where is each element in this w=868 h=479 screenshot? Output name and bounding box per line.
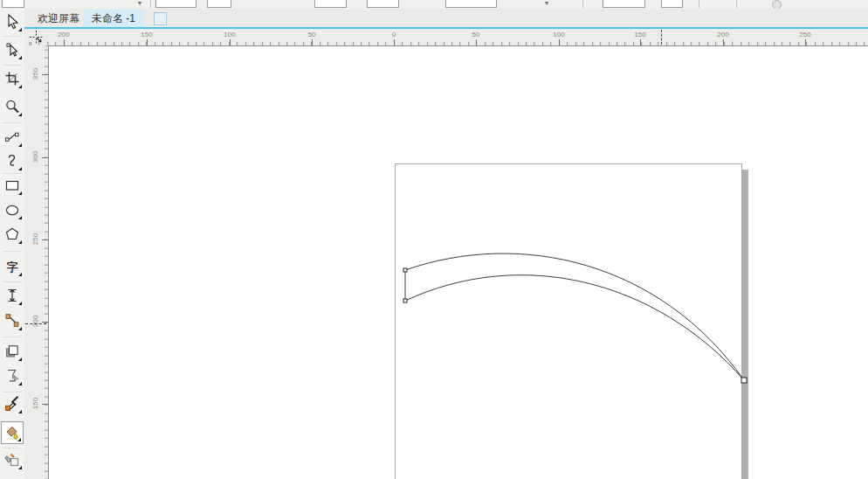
flyout-arrow-icon: [18, 273, 22, 276]
vruler-major-tick: [42, 404, 48, 405]
hruler-major-tick: [723, 39, 724, 45]
property-bar-field[interactable]: [445, 0, 497, 8]
hruler-tick-label: 150: [634, 31, 645, 38]
dropdown-arrow-icon[interactable]: ▾: [138, 0, 141, 8]
connector-tool[interactable]: [1, 309, 24, 332]
vruler-tick-label: 350: [31, 66, 39, 83]
flyout-arrow-icon: [18, 327, 22, 330]
hruler-major-tick: [559, 39, 560, 45]
vruler-major-tick: [42, 322, 48, 323]
hruler-major-tick: [230, 39, 231, 45]
ruler-origin-icon[interactable]: [30, 31, 43, 44]
flyout-arrow-icon: [18, 216, 22, 219]
toolbox: 字: [0, 9, 24, 479]
property-bar-field[interactable]: [661, 0, 683, 8]
horizontal-ruler: 20015010050050100150200250: [24, 29, 868, 45]
flyout-arrow-icon: [18, 167, 22, 170]
hruler-cursor-marker: [661, 30, 662, 45]
hruler-major-tick: [147, 39, 148, 45]
drop-shadow-tool[interactable]: [1, 340, 24, 363]
hruler-tick-label: 200: [58, 31, 69, 38]
vruler-major-tick: [42, 240, 48, 240]
hruler-tick-label: 0: [392, 31, 396, 38]
flyout-arrow-icon: [18, 143, 22, 147]
vruler-major-tick: [42, 157, 48, 158]
flyout-arrow-icon: [18, 56, 22, 59]
hruler-tick-label: 200: [717, 31, 728, 38]
document-tabbar: 欢迎屏幕未命名 -1: [24, 9, 868, 27]
app-window: ▾▾ 字 欢迎屏幕未命名 -1 200150100500501001502002…: [0, 0, 868, 479]
curve-node[interactable]: [403, 299, 407, 302]
flyout-arrow-icon: [18, 382, 22, 385]
eyedropper-tool[interactable]: [1, 392, 24, 415]
pick-tool[interactable]: [1, 10, 24, 33]
curve-top-segment[interactable]: [405, 253, 744, 380]
flyout-arrow-icon: [18, 410, 22, 413]
flyout-arrow-icon: [18, 191, 22, 195]
toolbox-separator: [3, 281, 22, 282]
crop-tool[interactable]: [1, 67, 24, 90]
vruler-tick-label: 300: [31, 149, 39, 166]
flyout-arrow-icon: [18, 240, 22, 244]
vruler-tick-label: 250: [31, 231, 39, 248]
curve-node[interactable]: [741, 378, 747, 383]
property-bar-divider: [736, 0, 737, 8]
vruler-major-tick: [42, 74, 48, 75]
property-bar-field[interactable]: [2, 0, 24, 8]
interactive-fill-tool[interactable]: [1, 448, 24, 471]
property-bar-divider: [150, 0, 151, 8]
bezier-tool[interactable]: [1, 126, 24, 149]
polygon-tool[interactable]: [1, 223, 24, 246]
toolbox-separator: [3, 65, 22, 66]
freehand-tool[interactable]: [1, 149, 24, 172]
property-bar-field[interactable]: [603, 0, 645, 8]
hruler-tick-label: 100: [553, 31, 564, 38]
curve-bottom-segment[interactable]: [405, 275, 744, 380]
flyout-arrow-icon: [18, 466, 22, 469]
flyout-arrow-icon: [18, 28, 22, 31]
text-tool[interactable]: 字: [1, 255, 24, 278]
dimension-tool[interactable]: [1, 284, 24, 307]
hruler-major-tick: [394, 39, 395, 45]
flyout-arrow-icon: [18, 302, 22, 305]
property-bar-field[interactable]: [367, 0, 399, 8]
tab-untitled-1[interactable]: 未命名 -1: [83, 10, 144, 27]
vruler-tick-label: 200: [31, 313, 39, 330]
shape-tool[interactable]: [1, 38, 24, 61]
flyout-arrow-icon: [17, 438, 21, 441]
vruler-tick-label: 150: [31, 395, 39, 413]
hruler-tick-label: 50: [308, 31, 316, 38]
dropdown-arrow-icon[interactable]: ▾: [545, 0, 548, 8]
property-bar-divider: [699, 0, 699, 8]
hruler-tick-label: 100: [224, 31, 235, 38]
toolbox-separator: [3, 448, 22, 448]
flyout-arrow-icon: [18, 113, 22, 116]
toolbox-separator: [3, 337, 22, 337]
hruler-major-tick: [312, 39, 313, 45]
property-bar-field[interactable]: [207, 0, 231, 8]
transparency-tool[interactable]: [1, 364, 24, 387]
curve-object[interactable]: [49, 46, 868, 479]
tab-welcome-screen[interactable]: 欢迎屏幕: [29, 10, 88, 27]
toolbox-separator: [3, 122, 22, 123]
hruler-major-tick: [640, 39, 641, 45]
ellipse-tool[interactable]: [1, 198, 24, 221]
smart-fill-tool[interactable]: [1, 421, 24, 444]
hruler-major-tick: [476, 39, 477, 45]
zoom-tool[interactable]: [1, 95, 24, 118]
curve-node[interactable]: [403, 268, 407, 272]
flyout-arrow-icon: [18, 85, 22, 88]
rectangle-tool[interactable]: [1, 174, 24, 197]
flyout-arrow-icon: [18, 358, 22, 361]
hruler-tick-label: 50: [472, 31, 480, 38]
hruler-tick-label: 250: [799, 31, 810, 38]
toolbox-separator: [3, 173, 22, 174]
hruler-major-tick: [805, 39, 806, 45]
property-bar-field[interactable]: [155, 0, 196, 8]
new-document-icon[interactable]: [154, 12, 167, 25]
vertical-ruler: 350300250200150: [24, 45, 48, 479]
property-bar-field[interactable]: [314, 0, 347, 8]
vruler-cursor-marker: [25, 323, 46, 324]
drawing-workspace[interactable]: [48, 45, 868, 479]
text-tool-icon: 字: [7, 261, 18, 273]
